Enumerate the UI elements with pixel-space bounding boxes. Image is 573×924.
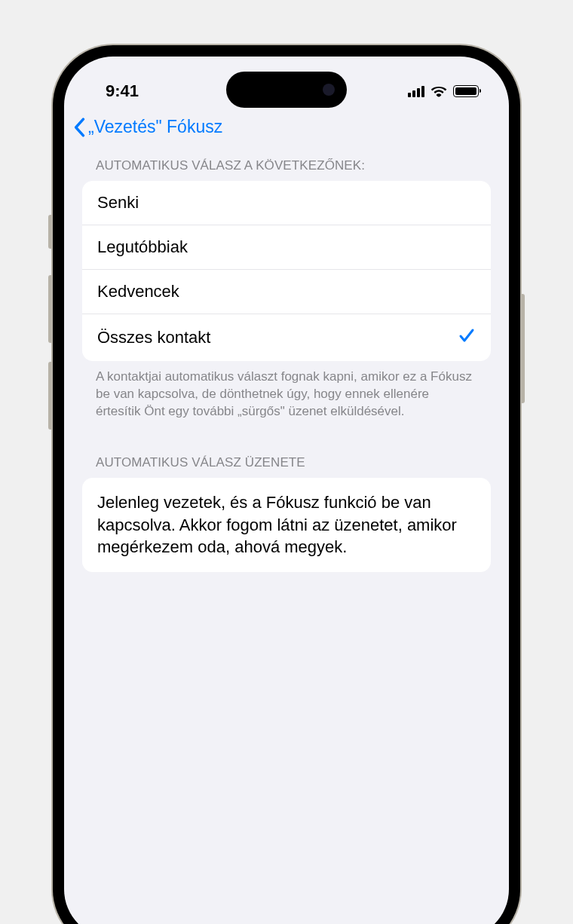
autoreply-message-text: Jelenleg vezetek, és a Fókusz funkció be… [97,493,457,556]
power-button [520,294,525,403]
wifi-icon [431,85,447,97]
battery-icon [453,85,479,97]
status-time: 9:41 [106,81,139,101]
option-label: Legutóbbiak [97,237,188,257]
section-footer-autoreply-to: A kontaktjai automatikus választ fognak … [82,361,491,427]
option-label: Kedvencek [97,282,179,301]
option-all-contacts[interactable]: Összes kontakt [82,314,491,361]
back-button[interactable]: „Vezetés" Fókusz [73,117,222,137]
autoreply-options-list: Senki Legutóbbiak Kedvencek Összes konta… [82,181,491,361]
option-recents[interactable]: Legutóbbiak [82,225,491,269]
status-indicators [408,85,479,97]
chevron-left-icon [73,118,85,137]
silent-switch [48,215,53,249]
section-header-autoreply-message: AUTOMATIKUS VÁLASZ ÜZENETE [82,446,491,478]
option-label: Senki [97,193,139,213]
section-header-autoreply-to: AUTOMATIKUS VÁLASZ A KÖVETKEZŐNEK: [82,149,491,181]
nav-bar: „Vezetés" Fókusz [64,109,509,149]
option-nobody[interactable]: Senki [82,181,491,225]
front-camera-icon [323,84,335,96]
volume-up-button [48,275,53,343]
back-label: „Vezetés" Fókusz [88,117,222,137]
screen: 9:41 [64,57,509,924]
autoreply-message-input[interactable]: Jelenleg vezetek, és a Fókusz funkció be… [82,478,491,572]
phone-frame: 9:41 [53,45,520,924]
content-area: AUTOMATIKUS VÁLASZ A KÖVETKEZŐNEK: Senki… [64,149,509,572]
volume-down-button [48,362,53,430]
dynamic-island [226,72,347,108]
option-favorites[interactable]: Kedvencek [82,269,491,314]
checkmark-icon [458,326,476,349]
cellular-signal-icon [408,85,424,97]
option-label: Összes kontakt [97,328,210,347]
